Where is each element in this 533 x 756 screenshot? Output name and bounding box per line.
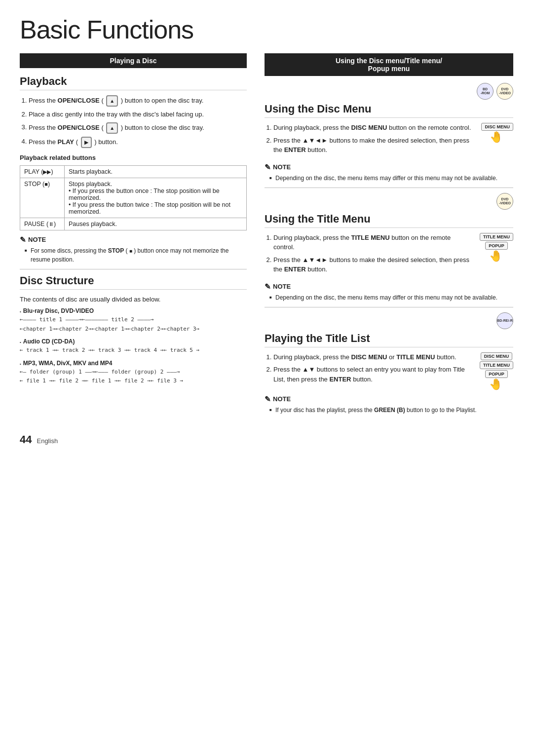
- title-list-step-2: Press the ▲▼ buttons to select an entry …: [273, 365, 473, 384]
- title-menu-icons: DVD-VIDEO: [265, 193, 513, 210]
- note-pencil-icon-4: ✎: [265, 395, 271, 404]
- playback-note-title: ✎ NOTE: [20, 235, 247, 244]
- dvd-badge: DVD-VIDEO: [496, 83, 513, 100]
- disc-menu-section: BD-ROM DVD-VIDEO Using the Disc Menu Dur…: [265, 83, 513, 183]
- pause-action-cell: Pauses playback.: [65, 218, 247, 230]
- title-list-note: ✎ NOTE If your disc has the playlist, pr…: [265, 395, 513, 415]
- related-buttons-title: Playback related buttons: [20, 154, 247, 161]
- divider-3: [265, 307, 513, 307]
- title-list-remote: DISC MENU TITLE MENU POPUP 🤚: [478, 352, 513, 391]
- left-column: Playing a Disc Playback Press the OPEN/C…: [20, 53, 247, 418]
- title-list-steps-list: During playback, press the DISC MENU or …: [273, 352, 473, 384]
- title-list-steps: During playback, press the DISC MENU or …: [265, 352, 473, 388]
- title-menu-steps: During playback, press the TITLE MENU bu…: [265, 233, 473, 278]
- title-menu-remote-btn-popup: POPUP: [485, 242, 508, 250]
- table-row-pause: PAUSE (⏸) Pauses playback.: [20, 218, 247, 230]
- left-section-header: Playing a Disc: [20, 53, 247, 68]
- disc-menu-title: Using the Disc Menu: [265, 103, 513, 118]
- bullet-dot-2: •: [20, 340, 21, 344]
- page-lang: English: [37, 437, 58, 445]
- title-menu-hand-icon: 🤚: [489, 250, 502, 263]
- stop-action-cell: Stops playback. • If you press the butto…: [65, 178, 247, 218]
- title-list-note-item: If your disc has the playlist, press the…: [269, 406, 513, 415]
- pause-button-cell: PAUSE (⏸): [20, 218, 65, 230]
- title-menu-content: During playback, press the TITLE MENU bu…: [265, 233, 513, 278]
- title-list-content: During playback, press the DISC MENU or …: [265, 352, 513, 391]
- disc-menu-note-title: ✎ NOTE: [265, 163, 513, 172]
- playback-note-item-1: For some discs, pressing the STOP ( ■ ) …: [25, 246, 247, 264]
- mp3-label: • MP3, WMA, DivX, MKV and MP4: [20, 360, 247, 367]
- title-menu-title: Using the Title Menu: [265, 213, 513, 228]
- disc-menu-steps: During playback, press the DISC MENU but…: [265, 123, 474, 159]
- play-icon: [81, 137, 92, 148]
- title-list-step-1: During playback, press the DISC MENU or …: [273, 352, 473, 362]
- title-list-icons: BD-RE/-R: [265, 312, 513, 329]
- table-row-stop: STOP (■) Stops playback. • If you press …: [20, 178, 247, 218]
- title-list-remote-btn-popup: POPUP: [485, 370, 508, 378]
- disc-menu-remote-btn: DISC MENU: [481, 123, 513, 131]
- title-menu-note-title: ✎ NOTE: [265, 282, 513, 291]
- note-pencil-icon-3: ✎: [265, 282, 271, 291]
- bluray-row-1: ←———— title 1 ————→←——————— title 2 ————…: [20, 315, 247, 324]
- mp3-row-1: ←— folder (group) 1 ——→←——— folder (grou…: [20, 368, 247, 377]
- bdre-badge: BD-RE/-R: [496, 312, 513, 329]
- disc-menu-icons: BD-ROM DVD-VIDEO: [265, 83, 513, 100]
- playback-step-1: Press the OPEN/CLOSE ( ) button to open …: [29, 95, 247, 107]
- title-menu-remote: TITLE MENU POPUP 🤚: [478, 233, 513, 263]
- page-title: Basic Functions: [20, 15, 513, 44]
- disc-structure-intro: The contents of disc are usually divided…: [20, 295, 247, 304]
- playback-step-2: Place a disc gently into the tray with t…: [29, 110, 247, 119]
- play-action-cell: Starts playback.: [65, 165, 247, 178]
- title-menu-note-body: Depending on the disc, the menu items ma…: [269, 293, 513, 302]
- bluray-label-text: Blu-ray Disc, DVD-VIDEO: [23, 307, 94, 314]
- playback-note: ✎ NOTE For some discs, pressing the STOP…: [20, 235, 247, 264]
- stop-button-cell: STOP (■): [20, 178, 65, 218]
- playback-step-3: Press the OPEN/CLOSE ( ) button to close…: [29, 122, 247, 134]
- dvd-badge-2: DVD-VIDEO: [496, 193, 513, 210]
- disc-menu-content: During playback, press the DISC MENU but…: [265, 123, 513, 159]
- title-list-note-body: If your disc has the playlist, press the…: [269, 406, 513, 415]
- disc-menu-remote: DISC MENU 🤚: [479, 123, 513, 144]
- playback-steps: Press the OPEN/CLOSE ( ) button to open …: [29, 95, 247, 148]
- play-button-cell: PLAY (▶): [20, 165, 65, 178]
- divider-1: [20, 269, 247, 269]
- title-list-remote-btn-title: TITLE MENU: [480, 361, 513, 369]
- disc-menu-step-1: During playback, press the DISC MENU but…: [273, 123, 474, 133]
- title-menu-note: ✎ NOTE Depending on the disc, the menu i…: [265, 282, 513, 302]
- disc-structure-title: Disc Structure: [20, 274, 247, 290]
- audiocd-label-text: Audio CD (CD-DA): [23, 338, 75, 345]
- audiocd-row: ← track 1 →← track 2 →← track 3 →← track…: [20, 346, 247, 355]
- playback-step-4: Press the PLAY ( ) button.: [29, 137, 247, 148]
- page-footer: 44 English: [20, 433, 513, 446]
- right-section-header: Using the Disc menu/Title menu/ Popup me…: [265, 53, 513, 76]
- title-list-title: Playing the Title List: [265, 332, 513, 347]
- open-close-icon: [106, 95, 118, 107]
- disc-menu-note-body: Depending on the disc, the menu items ma…: [269, 174, 513, 183]
- stop-icon-note: ■: [129, 248, 132, 254]
- title-menu-remote-btn-1: TITLE MENU: [480, 233, 513, 241]
- disc-menu-note: ✎ NOTE Depending on the disc, the menu i…: [265, 163, 513, 183]
- bullet-dot-1: •: [20, 309, 21, 314]
- note-pencil-icon-2: ✎: [265, 163, 271, 172]
- title-list-hand-icon: 🤚: [489, 378, 502, 391]
- stop-icon-cell: ■: [44, 181, 48, 187]
- right-column: Using the Disc menu/Title menu/ Popup me…: [265, 53, 513, 418]
- disc-menu-steps-list: During playback, press the DISC MENU but…: [273, 123, 474, 155]
- audiocd-label: • Audio CD (CD-DA): [20, 338, 247, 345]
- disc-menu-hand-icon: 🤚: [490, 131, 503, 144]
- disc-menu-step-2: Press the ▲▼◄► buttons to make the desir…: [273, 136, 474, 155]
- page-number: 44: [20, 433, 32, 446]
- divider-2: [265, 188, 513, 188]
- mp3-label-text: MP3, WMA, DivX, MKV and MP4: [23, 360, 113, 367]
- bdrom-badge: BD-ROM: [477, 83, 494, 100]
- note-pencil-icon: ✎: [20, 235, 26, 244]
- pause-icon-cell: ⏸: [48, 221, 54, 227]
- bluray-row-2: ←chapter 1→←chapter 2→←chapter 1→←chapte…: [20, 325, 247, 334]
- title-menu-step-2: Press the ▲▼◄► buttons to make the desir…: [273, 255, 473, 274]
- bluray-diagram: • Blu-ray Disc, DVD-VIDEO ←———— title 1 …: [20, 307, 247, 333]
- mp3-diagram: • MP3, WMA, DivX, MKV and MP4 ←— folder …: [20, 360, 247, 385]
- mp3-row-2: ← file 1 →← file 2 →← file 1 →← file 2 →…: [20, 377, 247, 385]
- playback-note-body: For some discs, pressing the STOP ( ■ ) …: [25, 246, 247, 264]
- title-menu-steps-list: During playback, press the TITLE MENU bu…: [273, 233, 473, 274]
- playback-title: Playback: [20, 75, 247, 90]
